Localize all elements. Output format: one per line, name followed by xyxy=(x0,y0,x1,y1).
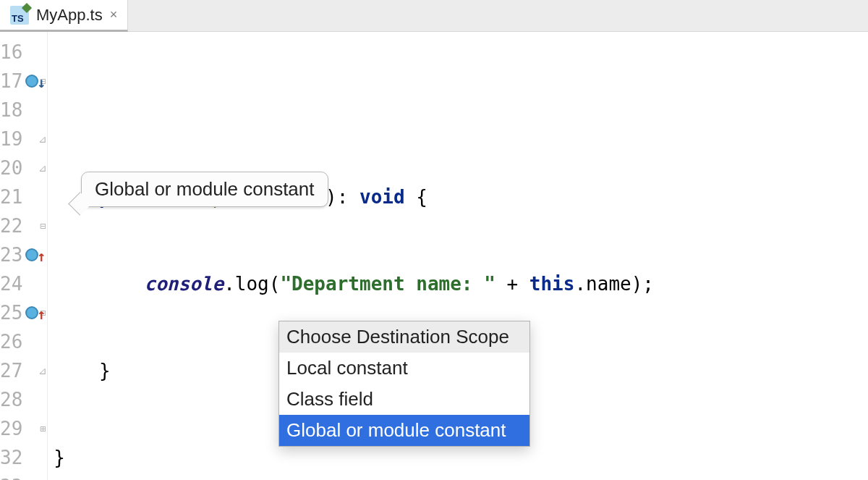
line-number: 20 xyxy=(0,153,25,182)
string-literal: "Department name: " xyxy=(280,273,495,295)
line-number: 27 xyxy=(0,356,25,385)
file-tab-myapp[interactable]: TS MyApp.ts × xyxy=(0,0,128,32)
code-line[interactable]: } xyxy=(48,443,868,472)
line-number: 28 xyxy=(0,385,25,414)
hint-tooltip: Global or module constant xyxy=(81,172,328,207)
keyword: this xyxy=(529,273,575,295)
override-up-marker[interactable]: ↑ xyxy=(25,298,38,327)
line-number: 33 xyxy=(0,472,25,480)
popup-item-global-constant[interactable]: Global or module constant xyxy=(279,415,529,446)
code-text: .name); xyxy=(574,273,654,295)
code-text: .log( xyxy=(224,273,280,295)
line-number: 32 xyxy=(0,443,25,472)
line-number: 21 xyxy=(0,182,25,211)
line-number: 26 xyxy=(0,327,25,356)
fold-end-icon[interactable]: ⊿ xyxy=(38,366,47,376)
tab-close-button[interactable]: × xyxy=(110,7,118,22)
line-number: 19 xyxy=(0,125,25,153)
line-number: 23 xyxy=(0,240,25,269)
popup-item-class-field[interactable]: Class field xyxy=(279,384,529,415)
line-number: 22 xyxy=(0,211,25,240)
ide-editor-pane: TS MyApp.ts × 16 17 18 19 20 21 22 23 24… xyxy=(0,0,868,480)
implements-up-marker[interactable]: ↑ xyxy=(25,472,38,480)
popup-item-local-constant[interactable]: Local constant xyxy=(279,353,529,384)
override-up-marker[interactable]: ↑ xyxy=(25,240,38,269)
fold-expand-icon[interactable]: ⊞ xyxy=(40,424,46,434)
line-number: 18 xyxy=(0,96,25,125)
fold-end-icon[interactable]: ⊿ xyxy=(38,163,47,173)
code-line[interactable] xyxy=(48,96,868,125)
code-text: { xyxy=(405,186,427,208)
code-text: + xyxy=(495,273,529,295)
marker-gutter: ↓ ↑ ↑ ↑ xyxy=(25,32,38,480)
fold-end-icon[interactable]: ⊿ xyxy=(38,134,47,144)
destination-scope-popup: Choose Destination Scope Local constant … xyxy=(278,321,530,447)
code-line[interactable]: console.log("Department name: " + this.n… xyxy=(48,269,868,298)
typescript-file-icon: TS xyxy=(10,6,29,25)
popup-title: Choose Destination Scope xyxy=(279,321,529,353)
keyword: void xyxy=(359,186,405,208)
line-number: 17 xyxy=(0,67,25,96)
line-number: 16 xyxy=(0,38,25,67)
line-number: 25 xyxy=(0,298,25,327)
line-number: 29 xyxy=(0,414,25,443)
identifier: console xyxy=(145,273,224,295)
tooltip-text: Global or module constant xyxy=(95,178,315,200)
line-number: 24 xyxy=(0,269,25,298)
override-down-marker[interactable]: ↓ xyxy=(25,67,38,96)
tab-title: MyApp.ts xyxy=(36,6,103,25)
tab-bar: TS MyApp.ts × xyxy=(0,0,868,32)
line-number-gutter: 16 17 18 19 20 21 22 23 24 25 26 27 28 2… xyxy=(0,32,25,480)
fold-collapse-icon[interactable]: ⊟ xyxy=(40,221,46,231)
